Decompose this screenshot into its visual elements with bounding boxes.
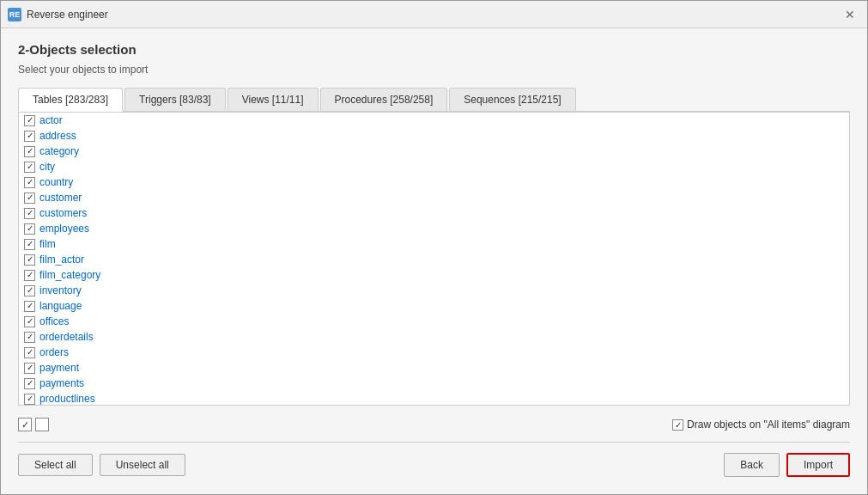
item-label: actor [39, 114, 63, 126]
item-checkbox[interactable] [24, 177, 35, 188]
list-item[interactable]: film_category [19, 267, 849, 283]
item-label: category [39, 145, 79, 157]
select-checkboxes [18, 418, 49, 431]
list-item[interactable]: payment [19, 360, 849, 376]
list-item[interactable]: customer [19, 190, 849, 205]
item-label: payment [39, 362, 79, 374]
item-label: payments [39, 377, 84, 389]
item-label: orders [39, 346, 69, 358]
section-title: 2-Objects selection [18, 42, 850, 57]
item-checkbox[interactable] [24, 347, 35, 358]
tab-sequences[interactable]: Sequences [215/215] [449, 88, 575, 111]
bottom-area: Draw objects on "All items" diagram Sele… [18, 406, 850, 480]
item-label: address [39, 130, 76, 142]
list-item[interactable]: city [19, 159, 849, 174]
item-label: film_category [39, 269, 100, 281]
list-item[interactable]: category [19, 144, 849, 159]
uncheck-all-checkbox[interactable] [35, 418, 49, 431]
item-checkbox[interactable] [24, 239, 35, 250]
item-label: orderdetails [39, 331, 94, 343]
item-label: film_actor [39, 254, 84, 266]
item-label: offices [39, 315, 69, 327]
select-all-button[interactable]: Select all [18, 454, 93, 476]
list-item[interactable]: language [19, 298, 849, 314]
footer-left: Select all Unselect all [18, 454, 185, 476]
item-checkbox[interactable] [24, 162, 35, 173]
item-checkbox[interactable] [24, 192, 35, 204]
back-button[interactable]: Back [724, 453, 780, 477]
footer-right: Back Import [724, 453, 850, 477]
item-label: employees [39, 223, 89, 235]
unselect-all-button[interactable]: Unselect all [100, 454, 185, 476]
check-all-checkbox[interactable] [18, 418, 32, 431]
item-checkbox[interactable] [24, 285, 35, 296]
item-checkbox[interactable] [24, 208, 35, 219]
list-item[interactable]: customers [19, 205, 849, 221]
item-checkbox[interactable] [24, 394, 35, 405]
item-checkbox[interactable] [24, 131, 35, 142]
item-checkbox[interactable] [24, 316, 35, 327]
main-window: RE Reverse engineer ✕ 2-Objects selectio… [0, 0, 868, 495]
list-item[interactable]: inventory [19, 283, 849, 298]
item-checkbox[interactable] [24, 332, 35, 343]
item-checkbox[interactable] [24, 223, 35, 235]
app-icon: RE [8, 8, 21, 21]
list-item[interactable]: productlines [19, 391, 849, 406]
list-item[interactable]: actor [19, 113, 849, 128]
item-checkbox[interactable] [24, 115, 35, 126]
item-checkbox[interactable] [24, 378, 35, 389]
item-label: customers [39, 207, 87, 219]
item-label: language [39, 300, 82, 312]
list-item[interactable]: orders [19, 345, 849, 360]
item-checkbox[interactable] [24, 254, 35, 266]
divider [18, 442, 850, 443]
list-item[interactable]: orderdetails [19, 329, 849, 345]
item-label: country [39, 176, 73, 188]
item-label: city [39, 161, 55, 173]
list-item[interactable]: payments [19, 376, 849, 391]
import-button[interactable]: Import [786, 453, 850, 477]
draw-objects-checkbox[interactable] [672, 419, 683, 431]
list-item[interactable]: film_actor [19, 252, 849, 267]
footer-buttons: Select all Unselect all Back Import [18, 448, 850, 480]
list-item[interactable]: film [19, 236, 849, 252]
tabs-bar: Tables [283/283]Triggers [83/83]Views [1… [18, 88, 850, 112]
list-item[interactable]: offices [19, 314, 849, 329]
tab-procedures[interactable]: Procedures [258/258] [320, 88, 448, 111]
tab-tables[interactable]: Tables [283/283] [18, 88, 123, 112]
list-item[interactable]: employees [19, 221, 849, 236]
item-label: film [39, 238, 56, 250]
list-item[interactable]: address [19, 128, 849, 144]
close-button[interactable]: ✕ [840, 4, 860, 25]
tables-list[interactable]: actoraddresscategorycitycountrycustomerc… [18, 112, 850, 406]
draw-objects-label: Draw objects on "All items" diagram [672, 419, 850, 431]
checkbox-row: Draw objects on "All items" diagram [18, 412, 850, 437]
draw-objects-text: Draw objects on "All items" diagram [687, 419, 850, 431]
item-checkbox[interactable] [24, 301, 35, 312]
item-label: inventory [39, 284, 82, 296]
list-item[interactable]: country [19, 174, 849, 190]
item-checkbox[interactable] [24, 146, 35, 157]
titlebar: RE Reverse engineer ✕ [1, 1, 867, 28]
close-icon: ✕ [845, 8, 855, 21]
tab-views[interactable]: Views [11/11] [228, 88, 319, 111]
item-label: customer [39, 192, 82, 204]
item-checkbox[interactable] [24, 363, 35, 374]
item-checkbox[interactable] [24, 270, 35, 281]
tab-triggers[interactable]: Triggers [83/83] [124, 88, 226, 111]
item-label: productlines [39, 393, 95, 405]
window-title: Reverse engineer [27, 9, 840, 21]
section-subtitle: Select your objects to import [18, 64, 850, 76]
main-content: 2-Objects selection Select your objects … [1, 28, 867, 494]
